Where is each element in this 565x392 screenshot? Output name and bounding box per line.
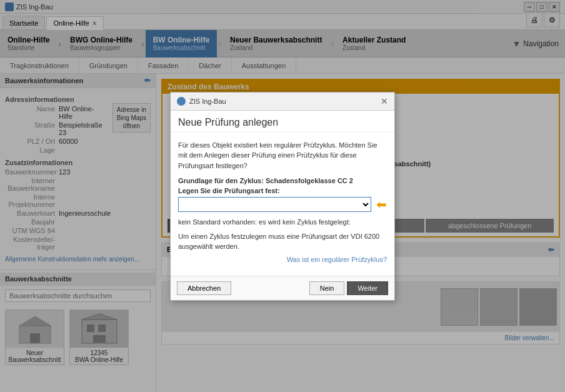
arrow-indicator-icon: ⬅ xyxy=(376,197,387,212)
pruefungsart-select[interactable] xyxy=(178,197,371,212)
modal-title-text: ZIS Ing-Bau xyxy=(189,98,377,105)
modal-title-bar: ZIS Ing-Bau ✕ xyxy=(171,93,394,111)
modal-hint-line2: Um einen Zyklus festzulegen muss eine Pr… xyxy=(178,231,387,252)
regulaerer-pruefzyklus-link[interactable]: Was ist ein regulärer Prüfzyklus? xyxy=(178,256,387,263)
modal-weiter-button[interactable]: Weiter xyxy=(347,281,388,295)
modal-basis-label: Grundlage für den Zyklus: Schadensfolgek… xyxy=(178,177,387,184)
modal-no-button[interactable]: Nein xyxy=(309,281,345,295)
modal-overlay: ZIS Ing-Bau ✕ Neue Prüfung anlegen Für d… xyxy=(0,0,565,392)
modal-hint-line1: kein Standard vorhanden: es wird kein Zy… xyxy=(178,217,387,228)
modal-body: Für dieses Objekt existiert kein regulär… xyxy=(171,133,394,276)
modal-footer: Abbrechen Nein Weiter xyxy=(171,276,394,300)
modal-pruefungsart-label: Legen Sie die Prüfungsart fest: xyxy=(178,187,387,194)
modal-dialog: ZIS Ing-Bau ✕ Neue Prüfung anlegen Für d… xyxy=(170,92,395,301)
modal-body-text: Für dieses Objekt existiert kein regulär… xyxy=(178,140,387,171)
modal-icon xyxy=(177,97,186,106)
modal-heading: Neue Prüfung anlegen xyxy=(171,111,394,133)
modal-close-button[interactable]: ✕ xyxy=(381,96,388,106)
modal-cancel-button[interactable]: Abbrechen xyxy=(177,281,231,295)
modal-select-row: ⬅ xyxy=(178,197,387,212)
modal-footer-right: Nein Weiter xyxy=(309,281,388,295)
